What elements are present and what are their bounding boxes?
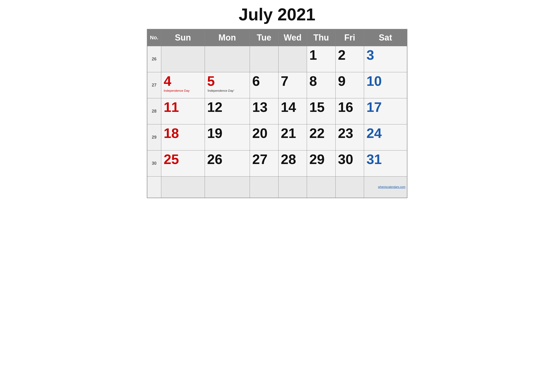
day-number: 5 [207, 74, 247, 88]
week-row: 2918192021222324 [147, 124, 407, 150]
day-number: 26 [207, 152, 247, 166]
day-cell: 7 [278, 72, 307, 98]
day-number: 12 [207, 100, 247, 114]
day-cell: 9 [335, 72, 364, 98]
week-number: 29 [147, 124, 161, 150]
header-no: No. [147, 29, 161, 46]
empty-day-cell [250, 176, 278, 198]
day-cell: 22 [307, 124, 336, 150]
header-sun: Sun [161, 29, 205, 46]
day-cell: 2 [335, 46, 364, 72]
day-number: 13 [252, 100, 276, 114]
day-cell: 12 [205, 98, 250, 124]
day-number: 3 [367, 48, 404, 62]
header-row: No. Sun Mon Tue Wed Thu Fri Sat [147, 29, 407, 46]
day-cell [205, 46, 250, 72]
week-row: 2811121314151617 [147, 98, 407, 124]
empty-day-cell [307, 176, 336, 198]
day-cell: 29 [307, 150, 336, 176]
empty-row: wheniscalendars.com [147, 176, 407, 198]
header-mon: Mon [205, 29, 250, 46]
day-cell [161, 46, 205, 72]
week-row: 274Independence Day5'Independence Day'67… [147, 72, 407, 98]
week-row: 3025262728293031 [147, 150, 407, 176]
day-cell: 30 [335, 150, 364, 176]
day-cell: 20 [250, 124, 278, 150]
day-cell: 10 [364, 72, 407, 98]
holiday-label: 'Independence Day' [207, 89, 247, 92]
day-number: 17 [367, 100, 404, 114]
day-number: 1 [309, 48, 333, 62]
day-number: 9 [338, 74, 362, 88]
day-number: 27 [252, 152, 276, 166]
week-row: 26123 [147, 46, 407, 72]
day-number: 2 [338, 48, 362, 62]
calendar-title: July 2021 [147, 5, 407, 24]
day-number: 31 [367, 152, 404, 166]
day-number: 21 [281, 126, 305, 140]
week-number: 28 [147, 98, 161, 124]
watermark-link[interactable]: wheniscalendars.com [378, 185, 405, 189]
day-number: 22 [309, 126, 333, 140]
header-wed: Wed [278, 29, 307, 46]
day-cell: 25 [161, 150, 205, 176]
day-number: 29 [309, 152, 333, 166]
day-number: 25 [164, 152, 202, 166]
day-cell: 17 [364, 98, 407, 124]
day-cell: 5'Independence Day' [205, 72, 250, 98]
day-number: 7 [281, 74, 305, 88]
day-cell [250, 46, 278, 72]
header-sat: Sat [364, 29, 407, 46]
day-cell: 18 [161, 124, 205, 150]
day-number: 23 [338, 126, 362, 140]
day-cell: 31 [364, 150, 407, 176]
week-number-empty [147, 176, 161, 198]
day-cell: 11 [161, 98, 205, 124]
empty-day-cell [161, 176, 205, 198]
day-number: 16 [338, 100, 362, 114]
day-cell: 15 [307, 98, 336, 124]
header-tue: Tue [250, 29, 278, 46]
day-cell: 28 [278, 150, 307, 176]
empty-day-cell [278, 176, 307, 198]
day-number: 11 [164, 100, 202, 114]
day-number: 8 [309, 74, 333, 88]
day-number: 28 [281, 152, 305, 166]
day-cell: 13 [250, 98, 278, 124]
day-cell: 21 [278, 124, 307, 150]
day-number: 30 [338, 152, 362, 166]
day-number: 18 [164, 126, 202, 140]
day-number: 20 [252, 126, 276, 140]
day-cell: 27 [250, 150, 278, 176]
day-number: 14 [281, 100, 305, 114]
holiday-label: Independence Day [164, 89, 202, 92]
day-number: 15 [309, 100, 333, 114]
day-cell: 19 [205, 124, 250, 150]
day-cell: 26 [205, 150, 250, 176]
day-cell: 23 [335, 124, 364, 150]
empty-day-cell [335, 176, 364, 198]
day-number: 19 [207, 126, 247, 140]
calendar-table: No. Sun Mon Tue Wed Thu Fri Sat 26123274… [147, 29, 407, 198]
day-number: 10 [367, 74, 404, 88]
week-number: 26 [147, 46, 161, 72]
calendar-container: July 2021 No. Sun Mon Tue Wed Thu Fri Sa… [147, 5, 407, 198]
day-cell: 14 [278, 98, 307, 124]
week-number: 27 [147, 72, 161, 98]
day-cell: 1 [307, 46, 336, 72]
header-thu: Thu [307, 29, 336, 46]
day-cell: 6 [250, 72, 278, 98]
watermark-cell: wheniscalendars.com [364, 176, 407, 198]
day-cell: 4Independence Day [161, 72, 205, 98]
day-number: 24 [367, 126, 404, 140]
day-cell: 3 [364, 46, 407, 72]
day-number: 4 [164, 74, 202, 88]
day-cell: 8 [307, 72, 336, 98]
day-cell: 24 [364, 124, 407, 150]
day-cell: 16 [335, 98, 364, 124]
header-fri: Fri [335, 29, 364, 46]
day-number: 6 [252, 74, 276, 88]
day-cell [278, 46, 307, 72]
empty-day-cell [205, 176, 250, 198]
week-number: 30 [147, 150, 161, 176]
